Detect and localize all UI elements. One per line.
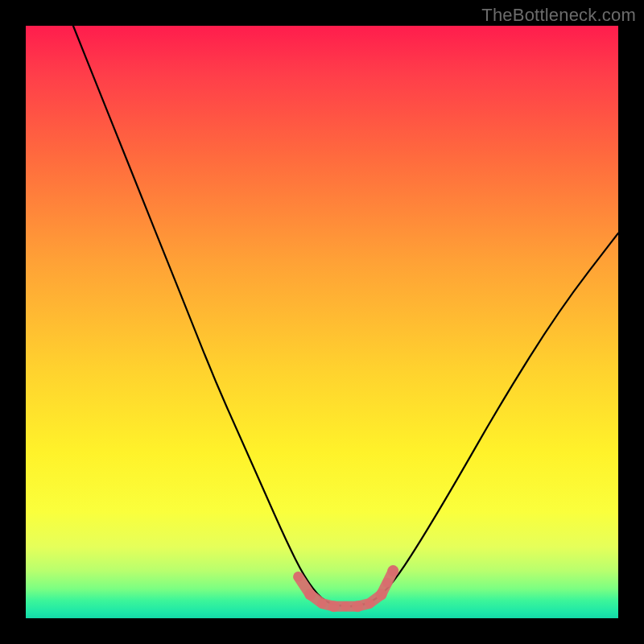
bottleneck-curve [73, 26, 618, 606]
plot-area [26, 26, 618, 618]
sweet-spot-dot [387, 565, 398, 576]
sweet-spot-dot [365, 599, 374, 609]
sweet-spot-dot [352, 601, 363, 612]
sweet-spot-dot [294, 572, 303, 582]
sweet-spot-dot [304, 589, 316, 601]
sweet-spot-dot [328, 601, 340, 612]
sweet-spot-dot [341, 601, 350, 611]
sweet-spot-dot [376, 589, 387, 601]
chart-frame: TheBottleneck.com [0, 0, 644, 644]
sweet-spot-markers [294, 565, 399, 612]
sweet-spot-dot [317, 599, 327, 609]
sweet-spot-dot [382, 578, 392, 588]
watermark-text: TheBottleneck.com [481, 5, 636, 26]
curve-svg [26, 26, 618, 618]
